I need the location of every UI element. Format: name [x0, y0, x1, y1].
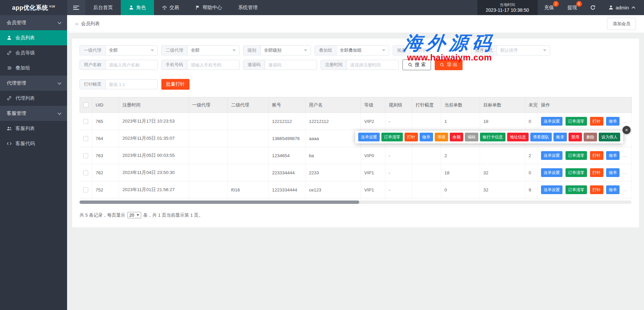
flag-icon [195, 5, 200, 10]
chain-order-button[interactable]: 连单设置 [541, 117, 562, 126]
filter-level-select[interactable]: 级别 全部级别 [243, 45, 311, 55]
username-input[interactable] [106, 60, 157, 70]
add-member-button[interactable]: 添加会员 [607, 18, 636, 30]
stack-icon [7, 65, 12, 71]
sidebar-item-service-code[interactable]: 客服代码 [0, 136, 67, 151]
sidebar-item-stack-group[interactable]: 叠加组 [0, 60, 67, 76]
sidebar-item-service-list[interactable]: 客服列表 [0, 121, 67, 136]
filter-stackgroup-select[interactable]: 叠加组 全部叠加组 [315, 45, 389, 55]
make-order-button[interactable]: 做单 [606, 151, 620, 160]
row-checkbox[interactable] [83, 170, 88, 175]
needle-button[interactable]: 打针 [590, 151, 603, 160]
user-menu[interactable]: admin [602, 0, 644, 15]
hamburger-icon [73, 6, 79, 6]
caret-down-icon [232, 49, 236, 51]
per-page-select[interactable]: 20 [127, 212, 141, 218]
nav-item-trade[interactable]: 交易 [154, 0, 187, 15]
horizontal-scrollbar[interactable] [79, 201, 632, 204]
balance-button[interactable]: 余额 [450, 133, 463, 141]
sidebar-group-member-mgmt[interactable]: 会员管理 [0, 15, 67, 30]
delete-button[interactable]: 删除 [584, 133, 597, 141]
nav-item-dashboard[interactable]: 后台首页 [85, 0, 121, 15]
withdraw-button[interactable]: 提现 0 [561, 0, 584, 15]
needle-button[interactable]: 打针 [590, 117, 603, 126]
disable-button[interactable]: 禁用 [569, 133, 582, 141]
sidebar-item-member-list[interactable]: 会员列表 [0, 30, 67, 45]
make-order-button[interactable]: 做单 [606, 185, 620, 194]
make-order-button[interactable]: 做单 [606, 117, 620, 126]
refresh-icon [590, 5, 596, 10]
nav-item-roles[interactable]: 角色 [121, 0, 154, 15]
more-actions-button[interactable]: ... [623, 119, 627, 124]
sidebar: 会员管理 会员列表 会员等级 叠加组 代理管理 代理列表 客服管理 客服列表 客… [0, 15, 67, 310]
filter-status-select[interactable]: 状态 全部状态 [393, 45, 467, 55]
select-all-checkbox[interactable] [84, 102, 89, 107]
search-button[interactable]: 搜 索 [402, 59, 431, 70]
table-row: 762 2023年11月04日 23:50:30 223334444 2233 … [80, 164, 632, 181]
chain-order-button[interactable]: 连单设置 [541, 151, 562, 160]
reg-time-input[interactable] [347, 60, 398, 70]
level-button[interactable]: 等级 [435, 133, 448, 141]
nav-item-system[interactable]: 系统管理 [230, 0, 266, 15]
pagination-prefix: 共 5 条记录，每页显示 [79, 212, 125, 218]
code-icon [7, 141, 12, 146]
row-checkbox[interactable] [83, 187, 88, 192]
chain-order-button[interactable]: 连单设置 [541, 185, 562, 194]
local-time: 当地时间 2023-11-17 10:38:50 [477, 0, 538, 15]
search-icon [408, 62, 413, 67]
order-reset-button[interactable]: 订单清零 [381, 133, 403, 141]
filter-agent1-select[interactable]: 一级代理 全部 [79, 45, 158, 55]
filter-regtime-field: 注册时间 [321, 60, 399, 70]
caret-down-icon [151, 49, 154, 51]
scrollbar-thumb[interactable] [79, 201, 359, 204]
breadcrumb-arrows-icon: » [75, 20, 78, 27]
order-reset-button[interactable]: 订单清零 [566, 151, 587, 160]
sidebar-item-member-level[interactable]: 会员等级 [0, 45, 67, 60]
needle-amplitude-input[interactable] [106, 80, 157, 89]
more-actions-button[interactable]: ... [623, 153, 627, 158]
sidebar-group-service-mgmt[interactable]: 客服管理 [0, 106, 67, 121]
order-reset-button[interactable]: 订单清零 [566, 168, 587, 177]
chain-order-button[interactable]: 连单设置 [358, 133, 380, 141]
batch-needle-button[interactable]: 批量打针 [161, 79, 190, 90]
filter-agent2-select[interactable]: 二级代理 全部 [161, 45, 239, 55]
edit-button[interactable]: 编辑 [465, 133, 478, 141]
needle-button[interactable]: 打针 [405, 133, 418, 141]
more-actions-button[interactable]: ... [623, 170, 627, 175]
nav-item-help[interactable]: 帮助中心 [187, 0, 230, 15]
chain-order-button[interactable]: 连单设置 [541, 168, 562, 177]
account-change-button[interactable]: 账变 [553, 133, 567, 141]
phone-input[interactable] [187, 60, 239, 70]
order-reset-button[interactable]: 订单清零 [566, 185, 587, 194]
sidebar-item-agent-list[interactable]: 代理列表 [0, 91, 67, 106]
filter-sort-select[interactable]: 排序方式 默认排序 [471, 45, 550, 55]
address-info-button[interactable]: 地址信息 [507, 133, 529, 141]
refresh-button[interactable] [584, 0, 602, 15]
invite-code-input[interactable] [265, 60, 317, 70]
needle-amplitude-field: 打针幅度 [79, 79, 158, 89]
sidebar-group-agent-mgmt[interactable]: 代理管理 [0, 76, 67, 91]
col-unfinished: 未完成单数 [525, 97, 538, 113]
close-icon[interactable]: × [623, 126, 631, 134]
set-fake-button[interactable]: 设为假人 [599, 133, 620, 141]
export-button[interactable]: 导 出 [435, 59, 463, 70]
col-agent1: 一级代理 [189, 97, 228, 113]
recharge-button[interactable]: 充值 2 [538, 0, 561, 15]
link-icon [7, 50, 12, 55]
search-icon [440, 62, 444, 67]
chevron-down-icon [58, 111, 61, 115]
col-rule-group: 规则组 [385, 97, 412, 113]
bank-card-button[interactable]: 银行卡信息 [480, 133, 505, 141]
row-checkbox[interactable] [83, 119, 88, 124]
view-team-button[interactable]: 查看团队 [530, 133, 552, 141]
make-order-button[interactable]: 做单 [606, 168, 620, 177]
order-reset-button[interactable]: 订单清零 [566, 117, 587, 126]
scales-icon [162, 5, 167, 10]
row-checkbox[interactable] [83, 153, 88, 158]
needle-button[interactable]: 打针 [590, 168, 603, 177]
make-order-button[interactable]: 做单 [420, 133, 433, 141]
sidebar-toggle-button[interactable] [67, 0, 85, 15]
more-actions-button[interactable]: ... [623, 187, 627, 192]
needle-button[interactable]: 打针 [590, 185, 603, 194]
row-checkbox[interactable] [83, 136, 88, 141]
